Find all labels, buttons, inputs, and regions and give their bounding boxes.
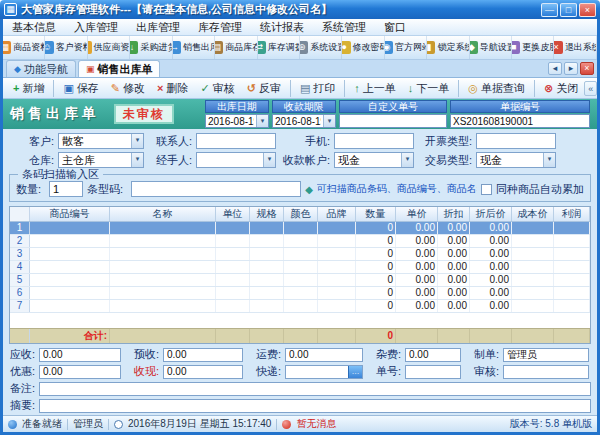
advance-field[interactable]	[163, 348, 243, 362]
save-button[interactable]: ▣ 保存	[57, 80, 104, 97]
remark-field[interactable]	[39, 382, 591, 396]
remark-input[interactable]	[40, 383, 590, 395]
column-header-brand[interactable]: 品牌	[318, 207, 356, 221]
cell-product-code[interactable]	[30, 248, 110, 260]
scan-quantity-field[interactable]	[49, 181, 83, 197]
cell-discount[interactable]: 0.00	[438, 235, 470, 247]
cash-received-input[interactable]	[164, 366, 242, 378]
document-number-input[interactable]	[451, 115, 589, 127]
print-button[interactable]: ▤ 打印	[294, 80, 345, 97]
chevron-down-icon[interactable]: ▾	[131, 153, 143, 167]
toolbar-button[interactable]: ● 修改密码	[342, 36, 384, 59]
cell-unit-price[interactable]: 0.00	[396, 248, 438, 260]
menu-item[interactable]: 出库管理	[127, 20, 189, 35]
menu-item[interactable]: 窗口	[375, 20, 415, 35]
tab-function-nav[interactable]: ◆ 功能导航	[6, 60, 76, 77]
chevron-down-icon[interactable]: ▾	[256, 115, 268, 127]
advance-input[interactable]	[164, 349, 242, 361]
cell-brand[interactable]	[318, 274, 356, 286]
column-header-name[interactable]: 名称	[110, 207, 216, 221]
receivable-input[interactable]	[40, 349, 120, 361]
cell-spec[interactable]	[250, 300, 284, 312]
cash-received-field[interactable]	[163, 365, 243, 379]
delete-button[interactable]: × 删除	[151, 80, 194, 97]
cell-unit-price[interactable]: 0.00	[396, 222, 438, 234]
cell-unit[interactable]	[216, 300, 250, 312]
discount-input[interactable]	[40, 366, 120, 378]
chevron-down-icon[interactable]: ▾	[543, 153, 555, 167]
cell-quantity[interactable]: 0	[356, 274, 396, 286]
menu-item[interactable]: 入库管理	[65, 20, 127, 35]
cell-color[interactable]	[284, 235, 318, 247]
toolbar-button[interactable]: × 退出系统	[554, 36, 596, 59]
cell-brand[interactable]	[318, 222, 356, 234]
column-header-cost-price[interactable]: 成本价	[512, 207, 554, 221]
cell-discount[interactable]: 0.00	[438, 261, 470, 273]
express-browse-button[interactable]: …	[348, 366, 362, 378]
cell-color[interactable]	[284, 261, 318, 273]
cell-name[interactable]	[110, 222, 216, 234]
cell-discount[interactable]: 0.00	[438, 300, 470, 312]
cell-profit[interactable]	[554, 235, 590, 247]
menu-item[interactable]: 统计报表	[251, 20, 313, 35]
mobile-field[interactable]	[334, 133, 414, 149]
cell-product-code[interactable]	[30, 261, 110, 273]
payment-account-select[interactable]: ▾	[334, 152, 414, 168]
menu-item[interactable]: 系统管理	[313, 20, 375, 35]
toolbar-button[interactable]: ↓ 采购进货	[130, 36, 172, 59]
toolbar-button[interactable]: → 销售出库	[173, 36, 215, 59]
cell-spec[interactable]	[250, 261, 284, 273]
tab-sales-outbound[interactable]: ▣ 销售出库单	[78, 60, 161, 77]
cell-spec[interactable]	[250, 222, 284, 234]
cell-unit[interactable]	[216, 235, 250, 247]
misc-fee-input[interactable]	[406, 349, 460, 361]
close-button[interactable]: ×	[579, 3, 596, 17]
outbound-date-field[interactable]: ▾	[205, 114, 269, 128]
add-button[interactable]: + 新增	[7, 80, 54, 97]
handler-input[interactable]	[197, 153, 263, 167]
cell-profit[interactable]	[554, 300, 590, 312]
cell-name[interactable]	[110, 248, 216, 260]
grid-row[interactable]: 5 0 0.00 0.00 0.00	[10, 274, 590, 287]
tracking-number-field[interactable]	[405, 365, 461, 379]
toolbar-button[interactable]: ■ 更换皮肤	[512, 36, 554, 59]
edit-button[interactable]: ✎ 修改	[105, 80, 151, 97]
toolbar-button[interactable]: ⊛ 系统设置	[300, 36, 342, 59]
cell-spec[interactable]	[250, 274, 284, 286]
customer-input[interactable]	[59, 134, 131, 148]
customer-select[interactable]: ▾	[58, 133, 144, 149]
chevron-down-icon[interactable]: ▾	[263, 153, 275, 167]
order-query-button[interactable]: ◎ 单据查询	[462, 80, 535, 97]
cell-unit[interactable]	[216, 274, 250, 286]
column-header-discounted-price[interactable]: 折后价	[470, 207, 512, 221]
invoice-type-input[interactable]	[477, 134, 555, 148]
cell-profit[interactable]	[554, 287, 590, 299]
mobile-input[interactable]	[335, 134, 413, 148]
cell-discounted-price[interactable]: 0.00	[470, 287, 512, 299]
column-header-quantity[interactable]: 数量	[356, 207, 396, 221]
cell-profit[interactable]	[554, 261, 590, 273]
cell-product-code[interactable]	[30, 222, 110, 234]
cell-cost-price[interactable]	[512, 287, 554, 299]
cell-cost-price[interactable]	[512, 300, 554, 312]
cell-unit-price[interactable]: 0.00	[396, 261, 438, 273]
warehouse-input[interactable]	[59, 153, 131, 167]
maximize-button[interactable]: □	[560, 3, 577, 17]
creator-field[interactable]	[503, 348, 589, 362]
express-input[interactable]	[286, 366, 348, 378]
cell-color[interactable]	[284, 222, 318, 234]
column-header-color[interactable]: 颜色	[284, 207, 318, 221]
grid-row[interactable]: 3 0 0.00 0.00 0.00	[10, 248, 590, 261]
handler-select[interactable]: ▾	[196, 152, 276, 168]
grid-row[interactable]: 6 0 0.00 0.00 0.00	[10, 287, 590, 300]
misc-fee-field[interactable]	[405, 348, 461, 362]
accumulate-checkbox[interactable]	[481, 184, 492, 195]
toolbar-button[interactable]: ▮ 锁定系统	[427, 36, 469, 59]
cell-brand[interactable]	[318, 261, 356, 273]
express-field[interactable]: …	[285, 365, 363, 379]
cell-profit[interactable]	[554, 222, 590, 234]
cell-brand[interactable]	[318, 235, 356, 247]
creator-input[interactable]	[504, 349, 588, 361]
cell-cost-price[interactable]	[512, 274, 554, 286]
chevron-down-icon[interactable]: ▾	[323, 115, 335, 127]
